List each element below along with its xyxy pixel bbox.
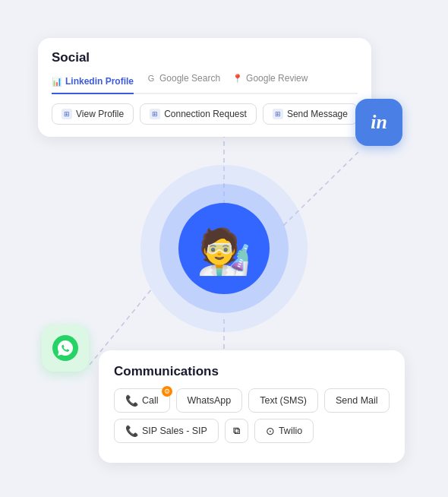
avatar-circle-inner: 🧑‍🔬	[178, 203, 270, 294]
send-mail-button[interactable]: Send Mail	[324, 388, 390, 413]
call-icon: 📞	[125, 394, 138, 407]
main-container: Social 📊 Linkedin Profile G Google Searc…	[0, 0, 448, 497]
avatar-circle-outer: 🧑‍🔬	[140, 165, 308, 332]
google-search-tab-icon: G	[146, 73, 156, 84]
send-message-icon: ⊞	[273, 109, 283, 119]
communications-title: Communications	[114, 364, 390, 379]
twilio-button[interactable]: ⊙ Twilio	[254, 419, 314, 443]
send-message-button[interactable]: ⊞ Send Message	[263, 103, 358, 125]
text-sms-button[interactable]: Text (SMS)	[248, 388, 318, 413]
connection-request-icon: ⊞	[150, 109, 160, 119]
tab-linkedin[interactable]: 📊 Linkedin Profile	[52, 73, 134, 94]
tab-google-review[interactable]: 📍 Google Review	[232, 73, 308, 87]
whatsapp-button[interactable]: WhatsApp	[176, 388, 243, 413]
linkedin-badge[interactable]: in	[355, 99, 402, 146]
communications-row-2: 📞 SIP Sales - SIP ⧉ ⊙ Twilio	[114, 419, 390, 443]
social-title: Social	[52, 50, 358, 65]
avatar-circle-middle: 🧑‍🔬	[159, 184, 289, 313]
avatar-image: 🧑‍🔬	[197, 230, 251, 274]
avatar-area: 🧑‍🔬	[140, 165, 308, 332]
sip-icon: 📞	[125, 425, 138, 437]
google-review-tab-icon: 📍	[232, 73, 243, 84]
call-gear-icon: ⚙	[162, 386, 172, 397]
twilio-icon: ⊙	[266, 425, 275, 437]
whatsapp-badge[interactable]	[42, 324, 89, 372]
view-profile-button[interactable]: ⊞ View Profile	[52, 103, 134, 125]
call-button[interactable]: 📞 Call ⚙	[114, 388, 170, 413]
social-tabs: 📊 Linkedin Profile G Google Search 📍 Goo…	[52, 73, 358, 94]
whatsapp-icon	[52, 334, 79, 362]
copy-icon: ⧉	[233, 425, 240, 437]
connection-request-button[interactable]: ⊞ Connection Request	[140, 103, 257, 125]
tab-google-search[interactable]: G Google Search	[146, 73, 220, 87]
social-actions: ⊞ View Profile ⊞ Connection Request ⊞ Se…	[52, 103, 358, 125]
sip-sales-button[interactable]: 📞 SIP Sales - SIP	[114, 419, 219, 443]
linkedin-tab-icon: 📊	[52, 76, 62, 87]
copy-button[interactable]: ⧉	[225, 419, 248, 443]
communications-card: Communications 📞 Call ⚙ WhatsApp Text (S…	[99, 350, 405, 463]
communications-row-1: 📞 Call ⚙ WhatsApp Text (SMS) Send Mail	[114, 388, 390, 413]
social-card: Social 📊 Linkedin Profile G Google Searc…	[38, 38, 371, 137]
view-profile-icon: ⊞	[62, 109, 72, 119]
